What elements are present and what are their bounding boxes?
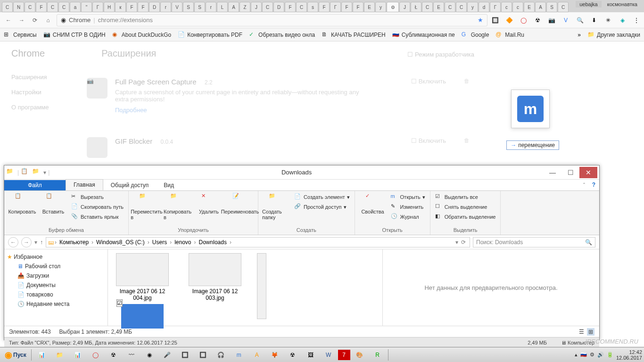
file-view[interactable]: Image 2017 06 12 004.jpg ☑ Image 2017 06… [108, 249, 382, 326]
tab[interactable]: F [319, 2, 330, 12]
tab[interactable]: F [353, 2, 363, 12]
trash-icon[interactable]: 🗑 [464, 137, 470, 144]
enable-toggle[interactable]: ☐ Включить [411, 78, 446, 85]
sidebar-item[interactable]: Настройки [11, 85, 49, 100]
pasteshortcut-button[interactable]: 📎Вставить ярлык [70, 213, 124, 221]
bookmark[interactable]: ✓Обрезать видео онла [249, 31, 315, 39]
tray-icon[interactable]: ⚙ [590, 352, 594, 358]
tab[interactable]: Ł [411, 2, 421, 12]
nav-item[interactable]: 📄товарково [7, 290, 105, 299]
tab[interactable]: L [217, 2, 228, 12]
minimize-button[interactable]: — [544, 167, 561, 178]
tab[interactable]: C [58, 2, 69, 12]
tab[interactable]: A [228, 2, 239, 12]
invertselect-button[interactable]: ◧Обратить выделение [434, 213, 497, 221]
ext-icon[interactable]: ⬇ [590, 16, 598, 24]
taskbar-icon[interactable]: 🦊 [266, 348, 283, 362]
tab[interactable]: F [341, 2, 352, 12]
ext-icon[interactable]: Ⅴ [562, 16, 570, 24]
edit-button[interactable]: ✎Изменить [390, 203, 426, 211]
tab[interactable]: y [467, 2, 478, 12]
history-button[interactable]: 🕓Журнал [390, 213, 426, 221]
maximize-button[interactable]: ☐ [561, 167, 579, 178]
moveto-button[interactable]: 📁Переместить в [132, 193, 161, 220]
trash-icon[interactable]: 🗑 [464, 78, 470, 84]
taskbar-icon[interactable]: 🎨 [351, 348, 368, 362]
home-button[interactable]: ⌂ [43, 16, 53, 25]
ext-icon[interactable]: ◯ [520, 16, 527, 24]
nav-item[interactable]: 📄Документы [7, 280, 105, 290]
user-tag[interactable]: космонавтка [603, 1, 641, 8]
tab[interactable]: Г [330, 2, 341, 12]
up-button[interactable]: ↑ [40, 239, 43, 246]
sidebar-item[interactable]: О программе [11, 100, 49, 115]
bookmark[interactable]: 🗎КАЧАТЬ РАСШИРЕН [322, 31, 386, 39]
tab[interactable]: V [172, 2, 182, 12]
tab[interactable]: c [512, 2, 523, 12]
tab[interactable]: s [307, 2, 318, 12]
ext-icon[interactable]: 🔲 [491, 16, 499, 24]
tab[interactable]: E [364, 2, 375, 12]
taskbar-icon[interactable]: 7 [338, 350, 350, 360]
file-item[interactable]: Image 2017 06 12 003.jpg [184, 253, 246, 301]
taskbar-icon[interactable]: 🔲 [177, 348, 194, 362]
tab[interactable]: Z [239, 2, 250, 12]
tab[interactable]: C [296, 2, 307, 12]
dev-mode-toggle[interactable]: ☐ Режим разработчика [407, 51, 474, 58]
star-icon[interactable]: ★ [478, 16, 483, 24]
tab[interactable]: S [546, 2, 557, 12]
crumb[interactable]: Компьютер [58, 239, 91, 246]
qat-icon[interactable]: 📁 [32, 168, 41, 177]
recent-button[interactable]: ▾ [34, 239, 37, 246]
tab[interactable]: E [433, 2, 444, 12]
tab[interactable]: r [160, 2, 171, 12]
tab[interactable]: C [2, 2, 13, 12]
folder-icon[interactable]: 📁 [6, 168, 16, 177]
tab[interactable]: r [206, 2, 216, 12]
tab[interactable]: A [535, 2, 546, 12]
open-button[interactable]: mОткрыть ▾ [390, 193, 426, 201]
tray-icon[interactable]: 🔊 [597, 352, 604, 358]
nav-item[interactable]: 🖥Рабочий стол [7, 262, 105, 271]
copyto-button[interactable]: 📁Копировать в [164, 193, 192, 220]
crumb[interactable]: Downloads [197, 239, 229, 246]
tray-icon[interactable]: ▴ [575, 352, 578, 358]
newitem-button[interactable]: 📄Создать элемент ▾ [293, 193, 351, 201]
ext-more-link[interactable]: Подробнее [115, 107, 633, 114]
ext-icon[interactable]: ✳ [604, 16, 612, 24]
clock-date[interactable]: 12.06.2017 [616, 355, 642, 361]
tray-icon[interactable]: 🇷🇺 [580, 352, 587, 358]
taskbar-icon[interactable]: 📊 [33, 348, 50, 362]
tab[interactable]: F [36, 2, 47, 12]
tab-share[interactable]: Общий доступ [103, 180, 157, 190]
file-item[interactable]: Image 2017 06 12 004.jpg [112, 253, 173, 301]
tab[interactable]: D [149, 2, 160, 12]
tab[interactable]: к [115, 2, 126, 12]
ext-icon[interactable]: ◈ [619, 16, 626, 24]
tab-file[interactable]: Файл [4, 180, 66, 190]
collapse-ribbon[interactable]: ˆ [583, 182, 585, 189]
tab[interactable]: C [558, 2, 569, 12]
qat-icon[interactable]: 📋 [21, 168, 30, 177]
tab[interactable]: S [194, 2, 205, 12]
tab[interactable]: F [126, 2, 137, 12]
taskbar-icon[interactable]: A [248, 348, 265, 362]
tray-icon[interactable]: 🔋 [607, 352, 613, 358]
tab[interactable]: F [138, 2, 149, 12]
selectnone-button[interactable]: ☐Снять выделение [434, 203, 497, 211]
tab[interactable]: a [70, 2, 81, 12]
tab[interactable]: J [399, 2, 410, 12]
ext-icon[interactable]: ☢ [534, 16, 541, 24]
taskbar-icon[interactable]: 🔲 [195, 348, 212, 362]
tab[interactable]: S [183, 2, 194, 12]
back-button[interactable]: ← [8, 237, 18, 247]
tab[interactable]: C [422, 2, 433, 12]
drive-icon[interactable]: 🖴 [48, 239, 54, 246]
close-button[interactable]: ✕ [579, 167, 597, 178]
tab[interactable]: y [375, 2, 386, 12]
bookmark[interactable]: @Mail.Ru [495, 31, 524, 39]
taskbar-icon[interactable]: W [320, 348, 337, 362]
enable-toggle[interactable]: ☐ Включить [411, 137, 446, 144]
reload-button[interactable]: ⟳ [30, 16, 40, 25]
crumb[interactable]: lenovo [173, 239, 193, 246]
